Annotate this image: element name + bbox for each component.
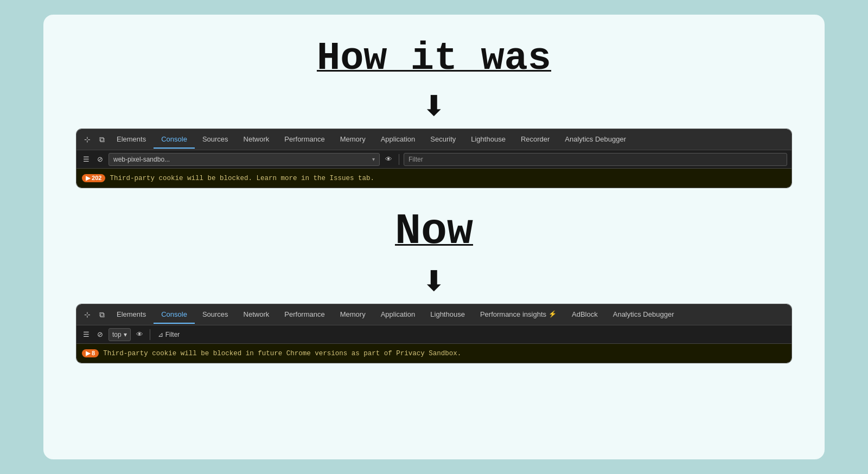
tab-performance-insights-2[interactable]: Performance insights ⚡ bbox=[473, 306, 564, 324]
perf-insights-label: Performance insights bbox=[480, 310, 546, 318]
context-chevron-2: ▾ bbox=[124, 331, 127, 338]
eye-icon-2[interactable]: 👁 bbox=[134, 329, 145, 340]
tab-security-1[interactable]: Security bbox=[423, 131, 463, 149]
tab-elements-2[interactable]: Elements bbox=[109, 306, 154, 324]
sidebar-toggle-icon-2[interactable]: ☰ bbox=[81, 329, 92, 340]
layers-icon-2[interactable]: ⧉ bbox=[95, 310, 109, 319]
devtools1-toolbar: ☰ ⊘ web-pixel-sandbo... ▾ 👁 Filter bbox=[76, 150, 792, 168]
tab-sources-1[interactable]: Sources bbox=[195, 131, 236, 149]
layers-icon[interactable]: ⧉ bbox=[95, 135, 109, 144]
filter-label-2: Filter bbox=[165, 331, 180, 338]
console-message-1: ▶ 202 Third-party cookie will be blocked… bbox=[76, 168, 792, 188]
tab-recorder-1[interactable]: Recorder bbox=[513, 131, 557, 149]
eye-icon-1[interactable]: 👁 bbox=[383, 154, 394, 164]
performance-insights-icon: ⚡ bbox=[548, 310, 557, 318]
no-entry-icon-2[interactable]: ⊘ bbox=[95, 329, 105, 340]
tab-elements-1[interactable]: Elements bbox=[109, 131, 154, 149]
url-bar-text-1: web-pixel-sandbo... bbox=[113, 156, 170, 163]
tab-analytics-debugger-1[interactable]: Analytics Debugger bbox=[557, 131, 634, 149]
no-entry-icon-1[interactable]: ⊘ bbox=[95, 154, 105, 164]
cursor-icon[interactable]: ⊹ bbox=[80, 135, 95, 144]
error-badge-text-1: ▶ 202 bbox=[86, 175, 101, 182]
tab-console-1[interactable]: Console bbox=[154, 131, 195, 149]
main-card: How it was ⬇ ⊹ ⧉ Elements Console Source… bbox=[43, 15, 825, 459]
context-selector-1[interactable]: web-pixel-sandbo... ▾ bbox=[108, 153, 380, 166]
toolbar-divider-2 bbox=[150, 329, 150, 340]
section2-arrow: ⬇ bbox=[422, 267, 446, 295]
tab-analytics-debugger-2[interactable]: Analytics Debugger bbox=[605, 306, 682, 324]
tab-network-1[interactable]: Network bbox=[236, 131, 277, 149]
error-badge-1[interactable]: ▶ 202 bbox=[82, 174, 105, 182]
toolbar-divider-1 bbox=[399, 154, 399, 165]
context-label-2: top bbox=[112, 331, 122, 338]
tab-application-1[interactable]: Application bbox=[373, 131, 423, 149]
tab-performance-1[interactable]: Performance bbox=[277, 131, 332, 149]
section1-arrow: ⬇ bbox=[422, 92, 446, 120]
devtools1-tabbar: ⊹ ⧉ Elements Console Sources Network Per… bbox=[76, 129, 792, 150]
tab-lighthouse-2[interactable]: Lighthouse bbox=[423, 306, 473, 324]
tab-application-2[interactable]: Application bbox=[373, 306, 423, 324]
context-selector-2[interactable]: top ▾ bbox=[108, 328, 131, 341]
filter-funnel-icon: ⊿ bbox=[158, 331, 163, 338]
cursor-icon-2[interactable]: ⊹ bbox=[80, 310, 95, 319]
filter-placeholder-1: Filter bbox=[409, 156, 423, 163]
console-text-1: Third-party cookie will be blocked. Lear… bbox=[110, 175, 374, 182]
section2-title: Now bbox=[395, 207, 473, 256]
console-text-2: Third-party cookie will be blocked in fu… bbox=[103, 350, 461, 357]
filter-input-1[interactable]: Filter bbox=[404, 153, 787, 166]
tab-sources-2[interactable]: Sources bbox=[195, 306, 236, 324]
devtools-panel-1: ⊹ ⧉ Elements Console Sources Network Per… bbox=[76, 129, 792, 188]
filter-button-2[interactable]: ⊿ Filter bbox=[155, 330, 183, 340]
tab-memory-2[interactable]: Memory bbox=[333, 306, 373, 324]
error-badge-text-2: ▶ 8 bbox=[86, 350, 95, 357]
url-bar-chevron-1: ▾ bbox=[372, 156, 375, 162]
tab-performance-2[interactable]: Performance bbox=[277, 306, 332, 324]
error-badge-2[interactable]: ▶ 8 bbox=[82, 349, 99, 357]
tab-memory-1[interactable]: Memory bbox=[333, 131, 373, 149]
section1-title: How it was bbox=[317, 36, 551, 81]
tab-console-2[interactable]: Console bbox=[154, 306, 195, 324]
tab-network-2[interactable]: Network bbox=[236, 306, 277, 324]
tab-adblock-2[interactable]: AdBlock bbox=[564, 306, 605, 324]
devtools-panel-2: ⊹ ⧉ Elements Console Sources Network Per… bbox=[76, 304, 792, 363]
sidebar-toggle-icon-1[interactable]: ☰ bbox=[81, 154, 92, 164]
devtools2-tabbar: ⊹ ⧉ Elements Console Sources Network Per… bbox=[76, 304, 792, 325]
tab-lighthouse-1[interactable]: Lighthouse bbox=[463, 131, 513, 149]
devtools2-toolbar: ☰ ⊘ top ▾ 👁 ⊿ Filter bbox=[76, 325, 792, 343]
console-message-2: ▶ 8 Third-party cookie will be blocked i… bbox=[76, 343, 792, 363]
